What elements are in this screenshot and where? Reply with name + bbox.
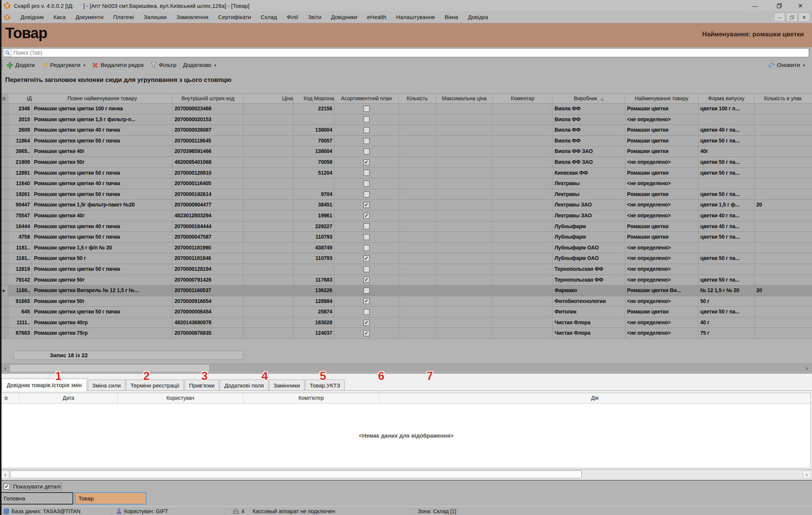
table-row[interactable]: 16444Ромашки цветки цветки 40 г пачка207… xyxy=(0,221,812,232)
table-row[interactable]: 90447Ромашки цветки 1,5г фильтр-пакет №2… xyxy=(0,200,812,211)
menu-item[interactable]: Налаштування xyxy=(391,12,440,22)
tab-3[interactable]: Терміни реєстрації xyxy=(126,380,184,390)
menu-item[interactable]: Залишки xyxy=(139,12,172,22)
checkbox-checked[interactable]: ✓ xyxy=(364,298,370,304)
checkbox-checked[interactable]: ✓ xyxy=(364,277,370,283)
table-row[interactable]: ▸1160..Ромашки цветки Витарель № 12 1,5 … xyxy=(0,285,812,296)
table-row[interactable]: 2015Ромашки цветки цветки 1,5 г фильтр-п… xyxy=(0,114,812,125)
tab-4[interactable]: Прив'язки xyxy=(185,380,219,390)
menu-item[interactable]: Документи xyxy=(71,12,108,22)
tab-6[interactable]: Замінники xyxy=(269,380,305,390)
detail-scrollbar-thumb[interactable] xyxy=(10,470,582,478)
history-column-3[interactable]: Комп'ютер xyxy=(244,393,379,403)
column-header-pack[interactable]: Кількість в упак xyxy=(754,94,811,103)
menu-item[interactable]: Довідники xyxy=(326,12,362,22)
table-row[interactable]: 87683Ромашки цветки 75гр2070000876835124… xyxy=(0,328,812,339)
history-column-2[interactable]: Користувач xyxy=(118,393,244,403)
menu-item[interactable]: Вікна xyxy=(440,12,463,22)
table-row[interactable]: 2346Ромашки цветки цветки 100 г пачка207… xyxy=(0,104,812,114)
search-input[interactable] xyxy=(12,49,809,56)
checkbox-checked[interactable]: ✓ xyxy=(364,213,370,219)
table-row[interactable]: 79142Ромашки цветки 50г20700007914281176… xyxy=(0,275,812,286)
menu-item[interactable]: Довідник xyxy=(16,12,49,22)
search-box[interactable] xyxy=(3,48,809,57)
checkbox-unchecked[interactable] xyxy=(364,106,370,112)
more-button[interactable]: Додатково▾ xyxy=(180,60,220,70)
checkbox-checked[interactable]: ✓ xyxy=(364,255,370,261)
checkbox-unchecked[interactable] xyxy=(364,148,370,154)
delete-row-button[interactable]: Видалити рядок xyxy=(89,60,147,70)
history-column-1[interactable]: Дата xyxy=(19,393,117,403)
checkbox-unchecked[interactable] xyxy=(364,138,370,144)
table-row[interactable]: 12891Ромашки цветки цветки 50 г пачка207… xyxy=(0,168,812,179)
tab-7[interactable]: Товар.УКТЗ xyxy=(305,380,345,390)
table-row[interactable]: 645Ромашки цветки цветки 50 г пачка20700… xyxy=(0,307,812,318)
table-row[interactable]: 21908Ромашки цветки 50г48200854010687005… xyxy=(0,157,812,168)
table-row[interactable]: 4758Ромашки цветки цветки 50 г пачка2070… xyxy=(0,232,812,243)
checkbox-checked[interactable]: ✓ xyxy=(364,202,370,208)
scroll-right-arrow[interactable]: › xyxy=(802,364,811,373)
close-button[interactable]: ✕ xyxy=(792,0,809,11)
column-header-price[interactable]: Ціна xyxy=(244,94,293,103)
checkbox-unchecked[interactable] xyxy=(364,288,370,294)
table-row[interactable]: 12819Ромашки цветки цветки 50 г пачка207… xyxy=(0,264,812,275)
scroll-left-arrow[interactable]: ‹ xyxy=(1,364,10,373)
checkbox-unchecked[interactable] xyxy=(364,170,370,176)
column-chooser-icon[interactable]: ≣ xyxy=(2,96,6,101)
detail-scroll-right-arrow[interactable]: › xyxy=(803,470,811,478)
tab-5[interactable]: Додаткові поля xyxy=(220,380,268,390)
column-header-assort[interactable]: Асортиментний план xyxy=(334,94,399,103)
column-chooser-icon[interactable]: ≣ xyxy=(4,395,8,401)
add-button[interactable]: Додати xyxy=(3,60,38,70)
table-row[interactable]: 1181..Ромашки цветки 1,5 г ф/п № 2020700… xyxy=(0,243,812,254)
menu-item[interactable]: Склад xyxy=(256,12,282,22)
refresh-button[interactable]: Оновити▾ xyxy=(765,60,808,70)
checkbox-checked[interactable]: ✓ xyxy=(4,484,10,490)
column-header-comment[interactable]: Коментар xyxy=(493,94,553,103)
menu-item[interactable]: Каса xyxy=(49,12,71,22)
checkbox-unchecked[interactable] xyxy=(364,116,370,122)
table-row[interactable]: 11864Ромашки цветки цветки 50 г пачка207… xyxy=(0,136,812,147)
tab-2[interactable]: Зміна сили xyxy=(88,380,126,390)
column-header-max_price[interactable]: Максимальна ціна xyxy=(436,94,493,103)
mdi-restore-button[interactable] xyxy=(786,13,797,22)
window-button-tovar[interactable]: Товар xyxy=(75,492,146,505)
menu-item[interactable]: Платежі xyxy=(108,12,139,22)
main-horizontal-scrollbar[interactable]: ‹ › xyxy=(0,364,812,373)
window-button-home[interactable]: Головна xyxy=(0,492,73,505)
checkbox-unchecked[interactable] xyxy=(364,309,370,315)
edit-button[interactable]: Редагувати▾ xyxy=(38,60,89,70)
checkbox-unchecked[interactable] xyxy=(364,191,370,197)
table-row[interactable]: 2608Ромашки цветки цветки 40 г пачка2070… xyxy=(0,125,812,136)
detail-scroll-left-arrow[interactable]: ‹ xyxy=(1,470,9,478)
search-icon[interactable] xyxy=(3,49,12,56)
checkbox-checked[interactable]: ✓ xyxy=(364,330,370,336)
table-row[interactable]: 3965..Ромашки цветки 40г2070396591466138… xyxy=(0,146,812,157)
column-header-qty[interactable]: Кількість xyxy=(399,94,436,103)
checkbox-unchecked[interactable] xyxy=(364,245,370,251)
table-row[interactable]: 91665Ромашки цветки 50г20700009166541289… xyxy=(0,296,812,307)
show-details-checkbox[interactable]: ✓ Показувати деталі xyxy=(4,482,62,490)
table-row[interactable]: 19261Ромашки цветки цветки 50 г пачка207… xyxy=(0,189,812,200)
menu-item[interactable]: Звіти xyxy=(303,12,326,22)
table-row[interactable]: 1181..Ромашки цветки 50 г207000118184611… xyxy=(0,253,812,264)
minimize-button[interactable]: — xyxy=(746,0,763,11)
table-row[interactable]: 75547Ромашки цветки 40г48230128032941996… xyxy=(0,211,812,221)
checkbox-checked[interactable]: ✓ xyxy=(364,159,370,165)
checkbox-unchecked[interactable] xyxy=(364,127,370,133)
restore-button[interactable] xyxy=(771,0,788,11)
column-header-name[interactable]: Повне найменування товару xyxy=(32,94,173,103)
menu-item[interactable]: Довідка xyxy=(463,12,493,22)
column-header-product_name[interactable]: Найменування товару xyxy=(625,94,698,103)
filter-button[interactable]: Фільтр xyxy=(147,60,180,70)
checkbox-unchecked[interactable] xyxy=(364,234,370,240)
checkbox-checked[interactable]: ✓ xyxy=(364,320,370,326)
column-header-manufacturer[interactable]: Виробник△ xyxy=(553,94,625,103)
column-header-id[interactable]: ІД xyxy=(8,94,32,103)
menu-item[interactable]: eHealth xyxy=(362,12,391,22)
scrollbar-thumb[interactable] xyxy=(9,364,210,372)
checkbox-unchecked[interactable] xyxy=(364,181,370,187)
column-header-form[interactable]: Форма випуску xyxy=(698,94,754,103)
column-header-morion[interactable]: Код Моріона xyxy=(293,94,334,103)
column-header-barcode[interactable]: Внутрішній штрих-код xyxy=(173,94,244,103)
